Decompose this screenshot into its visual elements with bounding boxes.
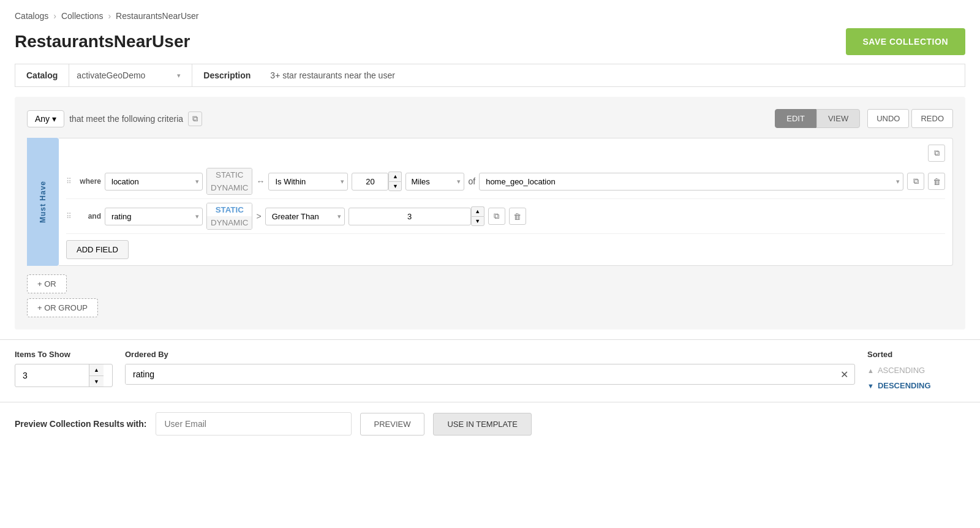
- catalog-label: Catalog: [15, 64, 69, 86]
- ascending-arrow: ▲: [867, 367, 874, 374]
- save-collection-button[interactable]: SAVE COLLECTION: [846, 28, 965, 55]
- breadcrumb-current: RestaurantsNearUser: [116, 11, 198, 21]
- any-group: Any ▾ that meet the following criteria ⧉: [27, 110, 202, 127]
- field-select-2[interactable]: rating: [105, 208, 203, 225]
- sort-descending[interactable]: ▼ DESCENDING: [867, 379, 965, 392]
- of-select-1[interactable]: home_geo_location: [479, 173, 903, 190]
- ordered-input-wrap: ✕: [125, 364, 855, 385]
- breadcrumb-collections[interactable]: Collections: [61, 11, 103, 21]
- descending-label: DESCENDING: [878, 381, 931, 390]
- copy-criteria-button[interactable]: ⧉: [188, 111, 202, 126]
- bottom-grid: Items To Show ▲ ▼ Ordered By ✕: [15, 350, 965, 392]
- rule-row-rating: ⠿ and rating STATIC DYNAMIC > Grea: [66, 199, 945, 234]
- criteria-section: Any ▾ that meet the following criteria ⧉…: [15, 97, 965, 330]
- ordered-clear-button[interactable]: ✕: [834, 369, 854, 380]
- descending-arrow: ▼: [867, 382, 874, 390]
- rules-block: ⧉ ⠿ where location STATIC DYNAMIC: [59, 138, 953, 266]
- breadcrumb-sep-2: ›: [108, 11, 111, 21]
- items-to-show: Items To Show ▲ ▼: [15, 350, 113, 387]
- value-wrap-1: ▲ ▼: [352, 172, 402, 191]
- sort-options: ▲ ASCENDING ▼ DESCENDING: [867, 364, 965, 392]
- or-buttons: + OR + OR GROUP: [27, 274, 953, 317]
- static-dynamic-2: STATIC DYNAMIC: [206, 203, 252, 230]
- static-btn-1[interactable]: STATIC: [207, 168, 252, 181]
- breadcrumb-catalogs[interactable]: Catalogs: [15, 11, 48, 21]
- copy-rule-2-button[interactable]: ⧉: [488, 208, 505, 225]
- view-controls: EDIT VIEW: [775, 109, 860, 128]
- sort-ascending[interactable]: ▲ ASCENDING: [867, 364, 965, 377]
- sorted-section: Sorted ▲ ASCENDING ▼ DESCENDING: [867, 350, 965, 392]
- any-dropdown-button[interactable]: Any ▾: [27, 110, 64, 127]
- or-group-button[interactable]: + OR GROUP: [27, 298, 98, 317]
- drag-handle-2[interactable]: ⠿: [66, 212, 72, 221]
- drag-handle-1[interactable]: ⠿: [66, 177, 72, 186]
- add-field-button[interactable]: ADD FIELD: [66, 240, 129, 259]
- delete-rule-1-button[interactable]: 🗑: [928, 173, 945, 190]
- static-dynamic-1: STATIC DYNAMIC: [206, 168, 252, 195]
- criteria-conjunction-label: that meet the following criteria: [69, 114, 183, 124]
- catalog-select-wrapper: activateGeoDemo: [69, 64, 192, 86]
- value-input-2[interactable]: [349, 208, 471, 225]
- breadcrumb-sep-1: ›: [53, 11, 56, 21]
- spin-down-2[interactable]: ▼: [471, 216, 484, 226]
- ordered-by-input[interactable]: [126, 364, 834, 384]
- view-button[interactable]: VIEW: [816, 109, 860, 128]
- delete-rule-2-button[interactable]: 🗑: [509, 208, 526, 225]
- description-input[interactable]: [262, 64, 965, 86]
- must-have-wrapper: Must Have ⧉ ⠿ where location STATIC: [27, 138, 953, 266]
- items-spinner: ▲ ▼: [89, 364, 104, 387]
- unit-select-1[interactable]: Miles Kilometers: [405, 173, 464, 190]
- rule-row-location: ⠿ where location STATIC DYNAMIC ↔: [66, 164, 945, 199]
- redo-button[interactable]: REDO: [911, 109, 953, 128]
- copy-block-button[interactable]: ⧉: [928, 145, 945, 162]
- page-title: RestaurantsNearUser: [15, 32, 190, 51]
- items-to-show-label: Items To Show: [15, 350, 113, 359]
- static-btn-2[interactable]: STATIC: [207, 203, 252, 216]
- ascending-label: ASCENDING: [878, 366, 925, 375]
- must-have-label: Must Have: [27, 138, 59, 266]
- op-icon-1: ↔: [256, 176, 265, 186]
- dynamic-btn-2[interactable]: DYNAMIC: [207, 216, 252, 229]
- value-wrap-2: ▲ ▼: [349, 206, 484, 226]
- value-input-1[interactable]: [352, 173, 388, 190]
- undo-button[interactable]: UNDO: [867, 109, 909, 128]
- bottom-section: Items To Show ▲ ▼ Ordered By ✕: [0, 339, 980, 402]
- meta-bar: Catalog activateGeoDemo Description: [15, 64, 965, 87]
- of-label-1: of: [468, 176, 475, 186]
- dynamic-btn-1[interactable]: DYNAMIC: [207, 181, 252, 194]
- catalog-select[interactable]: activateGeoDemo: [77, 70, 184, 80]
- undo-redo-group: UNDO REDO: [867, 109, 953, 128]
- page-header: RestaurantsNearUser SAVE COLLECTION: [0, 25, 980, 64]
- preview-email-input[interactable]: [156, 412, 352, 436]
- items-input-wrap: ▲ ▼: [15, 364, 113, 387]
- use-in-template-button[interactable]: USE IN TEMPLATE: [433, 413, 531, 436]
- edit-view-button[interactable]: EDIT: [775, 109, 816, 128]
- spin-up-2[interactable]: ▲: [471, 206, 484, 216]
- preview-bar: Preview Collection Results with: PREVIEW…: [0, 402, 980, 445]
- operator-select-2[interactable]: Greater Than: [265, 208, 345, 225]
- or-button[interactable]: + OR: [27, 274, 67, 293]
- op-icon-2: >: [256, 211, 261, 221]
- spin-up-1[interactable]: ▲: [388, 172, 402, 181]
- criteria-top: Any ▾ that meet the following criteria ⧉…: [27, 109, 953, 128]
- sorted-label: Sorted: [867, 350, 965, 359]
- field-select-1[interactable]: location: [105, 173, 203, 190]
- breadcrumb: Catalogs › Collections › RestaurantsNear…: [0, 0, 980, 25]
- items-spin-up[interactable]: ▲: [89, 364, 104, 375]
- connector-2: and: [78, 212, 101, 221]
- operator-select-1[interactable]: Is Within: [268, 173, 348, 190]
- items-to-show-input[interactable]: [15, 366, 89, 385]
- ordered-by-label: Ordered By: [125, 350, 855, 359]
- description-label: Description: [192, 64, 262, 86]
- items-spin-down[interactable]: ▼: [89, 375, 104, 387]
- copy-rule-1-button[interactable]: ⧉: [907, 173, 924, 190]
- preview-button[interactable]: PREVIEW: [360, 413, 425, 436]
- preview-label: Preview Collection Results with:: [15, 419, 147, 429]
- spin-down-1[interactable]: ▼: [388, 181, 402, 191]
- ordered-by-section: Ordered By ✕: [125, 350, 855, 385]
- connector-1: where: [78, 177, 101, 186]
